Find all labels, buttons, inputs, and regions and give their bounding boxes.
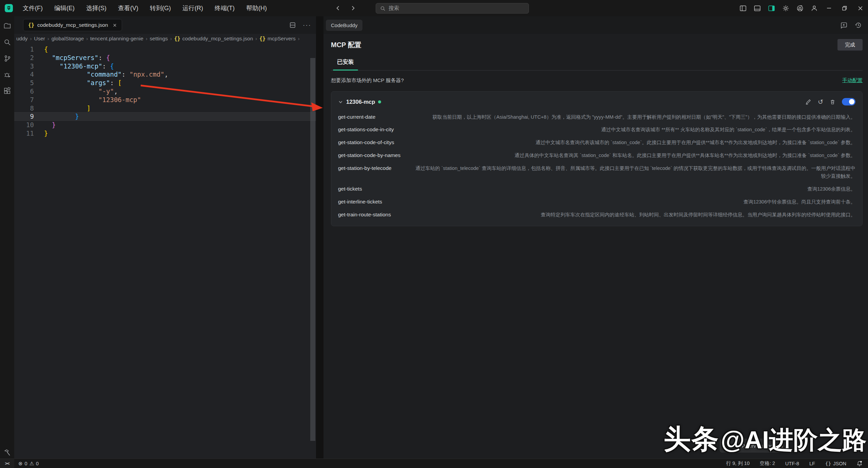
status-item[interactable]: 空格: 2 (760, 460, 775, 467)
nav-back-button[interactable] (335, 5, 341, 11)
tool-description: 查询12306余票信息。 (386, 185, 855, 193)
window-minimize-button[interactable] (821, 0, 837, 16)
json-file-icon: {} (28, 22, 34, 28)
done-button[interactable]: 完成 (837, 39, 863, 51)
breadcrumb-item[interactable]: globalStorage (52, 36, 84, 42)
status-item[interactable]: 行 9, 列 10 (726, 460, 749, 467)
code-line: 10 } (14, 121, 316, 129)
line-number: 8 (14, 104, 44, 113)
tool-name: get-current-date (338, 113, 375, 121)
menu-item[interactable]: 文件(F) (17, 0, 48, 16)
line-content: "12306-mcp" (44, 96, 141, 104)
warning-count: 0 (36, 461, 39, 466)
error-count: 0 (25, 461, 27, 466)
account-icon[interactable] (807, 0, 821, 16)
breadcrumb-item[interactable]: tencent.planning-genie (90, 36, 143, 42)
status-item[interactable]: LF (809, 461, 815, 466)
code-line: 7 "12306-mcp" (14, 96, 316, 104)
breadcrumb-separator: › (30, 36, 32, 41)
status-item[interactable]: UTF-8 (785, 461, 799, 466)
editor-scrollbar[interactable] (310, 58, 315, 441)
notifications-bell-icon[interactable] (856, 461, 863, 467)
code-line: 1{ (14, 45, 316, 54)
refresh-icon[interactable]: ↺ (818, 99, 823, 105)
layout-panel-bottom-icon[interactable] (750, 0, 764, 16)
tool-description: 获取当前日期，以上海时区（Asia/Shanghai, UTC+8）为准，返回格… (399, 113, 855, 121)
tool-name: get-station-by-telecode (338, 164, 392, 172)
menu-item[interactable]: 转到(G) (144, 0, 177, 16)
search-sidebar-icon[interactable] (3, 38, 11, 46)
tab-close-icon[interactable] (113, 23, 117, 27)
breadcrumb-separator: › (47, 36, 49, 41)
window-restore-button[interactable] (837, 0, 852, 16)
remote-indicator[interactable]: >< (0, 459, 14, 468)
browser-preview-icon[interactable] (793, 0, 807, 16)
delete-trash-icon[interactable] (830, 99, 835, 105)
layout-sidebar-right-icon[interactable] (764, 0, 778, 16)
problems-indicator[interactable]: ⊗ 0 ⚠ 0 (18, 461, 39, 467)
line-content: { (44, 45, 48, 54)
settings-gear-icon[interactable] (778, 0, 793, 16)
menu-item[interactable]: 终端(T) (209, 0, 240, 16)
tab-installed[interactable]: 已安装 (336, 56, 355, 70)
window-close-button[interactable] (852, 0, 868, 16)
extensions-icon[interactable] (3, 87, 11, 95)
status-item[interactable]: {}JSON (825, 461, 846, 466)
line-content: "command": "npx.cmd", (44, 70, 168, 79)
line-number: 7 (14, 96, 44, 104)
editor-panel-divider[interactable] (316, 16, 323, 459)
search-icon (380, 6, 386, 11)
mcp-server-card: 12306-mcp ↺ get-current-date获取当前日期，以上海时区… (331, 91, 863, 226)
json-braces-icon: {} (825, 461, 831, 466)
line-number: 3 (14, 62, 44, 71)
nav-forward-button[interactable] (350, 5, 356, 11)
breadcrumb-separator: › (255, 36, 257, 41)
watermark-brand: 头条 (664, 424, 719, 454)
json-braces-icon: {} (259, 36, 265, 42)
menu-bar: 文件(F)编辑(E)选择(S)查看(V)转到(G)运行(R)终端(T)帮助(H) (17, 0, 273, 16)
layout-sidebar-left-icon[interactable] (736, 0, 750, 16)
new-chat-icon[interactable] (840, 22, 847, 29)
warning-icon: ⚠ (29, 461, 34, 467)
menu-item[interactable]: 帮助(H) (240, 0, 273, 16)
tool-name: get-train-route-stations (338, 211, 391, 218)
menu-item[interactable]: 选择(S) (80, 0, 112, 16)
breadcrumb-item[interactable]: uddy (16, 36, 28, 42)
code-line: 11} (14, 129, 316, 138)
editor-tab-active[interactable]: {} codebuddy_mcp_settings.json (23, 19, 122, 31)
line-number: 1 (14, 45, 44, 54)
menu-item[interactable]: 编辑(E) (48, 0, 80, 16)
line-content: "12306-mcp": { (44, 62, 114, 71)
watermark: 头条 @AI进阶之路 (664, 421, 867, 458)
line-number: 2 (14, 54, 44, 62)
title-bar: 文件(F)编辑(E)选择(S)查看(V)转到(G)运行(R)终端(T)帮助(H)… (0, 0, 868, 16)
run-debug-icon[interactable] (3, 71, 11, 79)
tools-hammer-icon[interactable] (3, 448, 11, 456)
source-control-icon[interactable] (3, 54, 11, 62)
manual-config-link[interactable]: 手动配置 (842, 77, 863, 84)
line-content: "-y", (44, 87, 118, 96)
breadcrumb-item[interactable]: {}codebuddy_mcp_settings.json (174, 36, 253, 42)
menu-item[interactable]: 运行(R) (177, 0, 209, 16)
split-editor-icon[interactable] (289, 22, 296, 28)
editor-group: {} codebuddy_mcp_settings.json ··· uddy›… (14, 16, 316, 459)
active-tab-underline (333, 70, 358, 71)
codebuddy-panel-tab[interactable]: CodeBuddy (326, 20, 362, 31)
more-actions-icon[interactable]: ··· (303, 21, 311, 29)
chevron-down-icon[interactable] (338, 99, 343, 104)
edit-pencil-icon[interactable] (805, 99, 811, 105)
history-icon[interactable] (855, 22, 862, 29)
tool-list: get-current-date获取当前日期，以上海时区（Asia/Shangh… (338, 111, 855, 221)
explorer-icon[interactable] (3, 22, 11, 30)
watermark-handle: @AI进阶之路 (721, 426, 867, 453)
menu-item[interactable]: 查看(V) (112, 0, 144, 16)
code-editor[interactable]: 1{2 "mcpServers": {3 "12306-mcp": {4 "co… (14, 43, 316, 459)
breadcrumb-item[interactable]: settings (150, 36, 168, 42)
breadcrumb-item[interactable]: User (34, 36, 45, 42)
add-server-question: 想要添加市场外的 MCP 服务器? (331, 77, 404, 84)
server-enabled-toggle[interactable] (842, 98, 855, 105)
global-search-input[interactable]: 搜索 (376, 3, 529, 14)
activity-bar (0, 16, 14, 459)
server-name[interactable]: 12306-mcp (346, 99, 375, 105)
breadcrumb-item[interactable]: {}mcpServers (259, 36, 296, 42)
